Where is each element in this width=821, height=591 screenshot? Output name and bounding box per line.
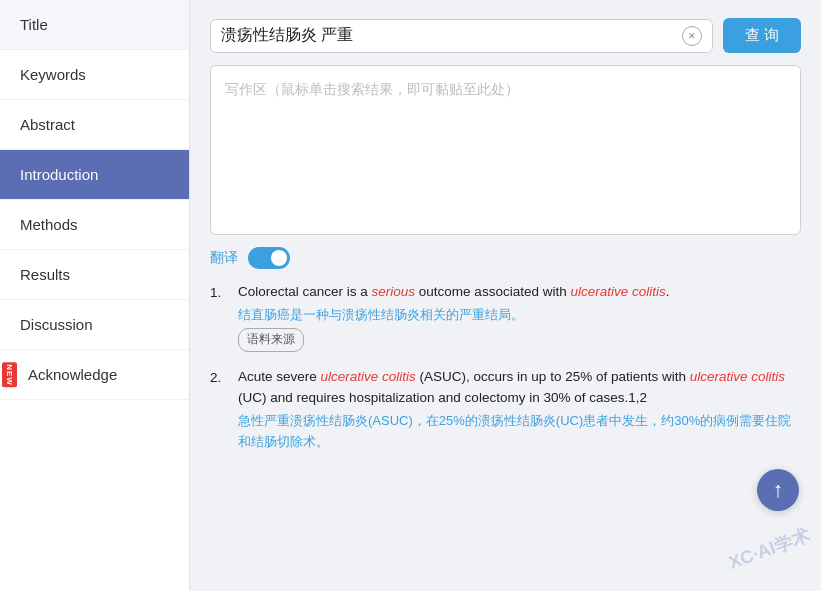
sidebar-item-label: Title: [20, 16, 48, 33]
sidebar-item-title[interactable]: Title: [0, 0, 189, 50]
source-tag[interactable]: 语料来源: [238, 328, 304, 351]
sidebar-item-keywords[interactable]: Keywords: [0, 50, 189, 100]
new-badge: NEW: [2, 362, 17, 388]
writing-area-placeholder: 写作区（鼠标单击搜索结果，即可黏贴至此处）: [225, 81, 519, 97]
translate-label: 翻译: [210, 249, 238, 267]
writing-area[interactable]: 写作区（鼠标单击搜索结果，即可黏贴至此处）: [210, 65, 801, 235]
result-content: Acute severe ulcerative colitis (ASUC), …: [238, 366, 801, 453]
translate-toggle[interactable]: [248, 247, 290, 269]
sidebar-item-label: Results: [20, 266, 70, 283]
result-zh-text: 急性严重溃疡性结肠炎(ASUC)，在25%的溃疡性结肠炎(UC)患者中发生，约3…: [238, 411, 801, 453]
translate-row: 翻译: [210, 247, 801, 269]
sidebar-item-label: Methods: [20, 216, 78, 233]
result-zh-text: 结直肠癌是一种与溃疡性结肠炎相关的严重结局。: [238, 305, 801, 326]
sidebar-item-results[interactable]: Results: [0, 250, 189, 300]
sidebar-item-introduction[interactable]: Introduction: [0, 150, 189, 200]
search-input-wrapper: ×: [210, 19, 713, 53]
result-content: Colorectal cancer is a serious outcome a…: [238, 281, 801, 352]
scroll-top-icon: ↑: [773, 477, 784, 503]
search-button[interactable]: 查 询: [723, 18, 801, 53]
sidebar-item-abstract[interactable]: Abstract: [0, 100, 189, 150]
scroll-top-button[interactable]: ↑: [757, 469, 799, 511]
result-en-text: Acute severe ulcerative colitis (ASUC), …: [238, 366, 801, 409]
sidebar-item-label: Introduction: [20, 166, 98, 183]
results-list: 1. Colorectal cancer is a serious outcom…: [210, 281, 801, 452]
main-content: × 查 询 写作区（鼠标单击搜索结果，即可黏贴至此处） 翻译 1. Colore…: [190, 0, 821, 591]
search-bar: × 查 询: [210, 18, 801, 53]
sidebar-item-label: Acknowledge: [28, 366, 117, 383]
result-number: 1.: [210, 281, 228, 352]
toggle-knob: [271, 250, 287, 266]
sidebar-item-acknowledge[interactable]: NEW Acknowledge: [0, 350, 189, 400]
search-input[interactable]: [221, 27, 676, 45]
sidebar-item-label: Keywords: [20, 66, 86, 83]
result-item: 1. Colorectal cancer is a serious outcom…: [210, 281, 801, 352]
sidebar-item-methods[interactable]: Methods: [0, 200, 189, 250]
sidebar-item-label: Discussion: [20, 316, 93, 333]
result-item: 2. Acute severe ulcerative colitis (ASUC…: [210, 366, 801, 453]
result-en-text: Colorectal cancer is a serious outcome a…: [238, 281, 801, 303]
sidebar-item-discussion[interactable]: Discussion: [0, 300, 189, 350]
result-number: 2.: [210, 366, 228, 453]
main-wrapper: × 查 询 写作区（鼠标单击搜索结果，即可黏贴至此处） 翻译 1. Colore…: [190, 0, 821, 591]
sidebar: Title Keywords Abstract Introduction Met…: [0, 0, 190, 591]
clear-button[interactable]: ×: [682, 26, 702, 46]
sidebar-item-label: Abstract: [20, 116, 75, 133]
